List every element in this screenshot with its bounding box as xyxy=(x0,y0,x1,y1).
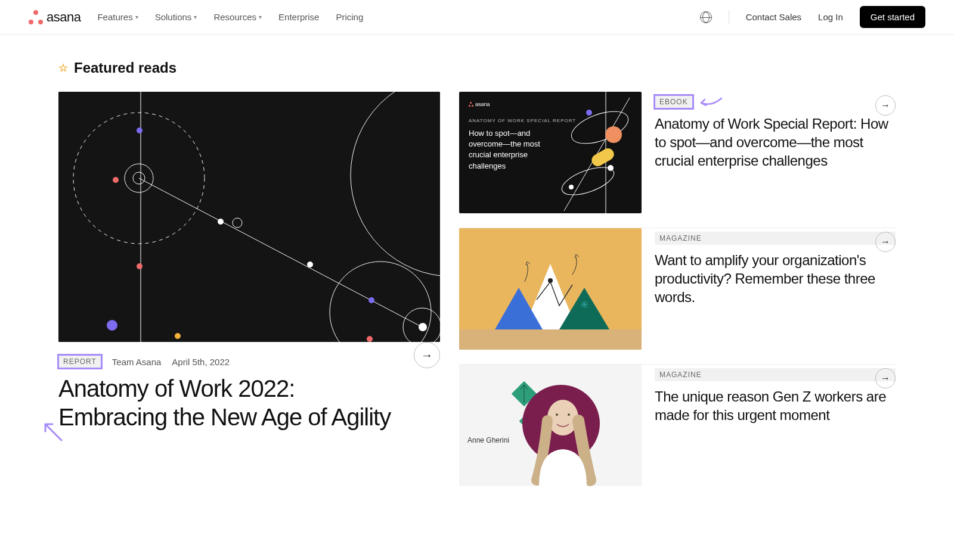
svg-rect-26 xyxy=(590,146,617,168)
divider xyxy=(729,11,729,24)
brand-name: asana xyxy=(47,10,80,25)
content-type-tag: EBOOK xyxy=(655,95,693,108)
hero-date: April 5th, 2022 xyxy=(172,357,230,367)
svg-point-32 xyxy=(548,278,553,283)
svg-point-25 xyxy=(605,126,622,143)
thumb-brand: asana xyxy=(475,101,490,107)
card-arrow-button[interactable]: → xyxy=(875,95,896,116)
card-title: Anatomy of Work Special Report: How to s… xyxy=(655,114,896,170)
get-started-button[interactable]: Get started xyxy=(860,6,925,28)
chevron-down-icon: ▾ xyxy=(194,14,197,20)
svg-point-24 xyxy=(586,110,592,116)
card-arrow-button[interactable]: → xyxy=(875,232,896,252)
svg-point-18 xyxy=(367,336,373,342)
card-thumbnail: asana ANATOMY OF WORK SPECIAL REPORT How… xyxy=(459,92,642,213)
nav-label: Solutions xyxy=(155,12,192,22)
content-type-tag: MAGAZINE xyxy=(655,368,896,381)
person-photo-icon xyxy=(521,385,605,486)
annotation-arrow-icon xyxy=(698,96,724,108)
hero-author: Team Asana xyxy=(112,357,162,367)
svg-point-27 xyxy=(608,165,614,171)
svg-point-17 xyxy=(368,297,374,303)
nav-label: Pricing xyxy=(336,12,363,22)
section-heading: ☆ Featured reads xyxy=(58,60,896,76)
svg-point-38 xyxy=(556,413,558,416)
svg-point-19 xyxy=(419,323,427,331)
content-type-tag: REPORT xyxy=(58,355,101,368)
content-type-tag: MAGAZINE xyxy=(655,232,896,245)
chevron-down-icon: ▾ xyxy=(259,14,262,20)
article-card[interactable]: asana ANATOMY OF WORK SPECIAL REPORT How… xyxy=(459,92,896,213)
page-content: ☆ Featured reads xyxy=(30,35,924,500)
svg-point-14 xyxy=(218,219,224,225)
brand-logo[interactable]: asana xyxy=(29,10,80,25)
card-arrow-button[interactable]: → xyxy=(875,368,896,388)
nav-resources[interactable]: Resources▾ xyxy=(213,12,262,22)
article-card[interactable]: MAGAZINE Want to amplify your organizati… xyxy=(459,228,896,350)
svg-point-16 xyxy=(307,262,313,267)
svg-point-20 xyxy=(567,105,632,150)
chevron-down-icon: ▾ xyxy=(135,14,138,20)
nav-pricing[interactable]: Pricing xyxy=(336,12,363,22)
contact-sales-link[interactable]: Contact Sales xyxy=(746,12,801,22)
hero-illustration xyxy=(58,92,440,342)
side-card-list: asana ANATOMY OF WORK SPECIAL REPORT How… xyxy=(459,92,896,486)
svg-rect-30 xyxy=(459,329,642,350)
svg-point-11 xyxy=(137,263,143,269)
nav-label: Features xyxy=(97,12,132,22)
asana-logo-icon xyxy=(29,10,43,24)
card-thumbnail xyxy=(459,228,642,350)
star-icon: ☆ xyxy=(58,61,68,74)
svg-rect-0 xyxy=(58,92,440,342)
section-title-text: Featured reads xyxy=(74,60,176,76)
nav-enterprise[interactable]: Enterprise xyxy=(278,12,319,22)
nav-label: Resources xyxy=(213,12,256,22)
thumb-title: How to spot—and overcome—the most crucia… xyxy=(469,128,558,172)
hero-card[interactable]: REPORT Team Asana April 5th, 2022 Anatom… xyxy=(58,92,440,486)
globe-icon[interactable] xyxy=(700,11,712,23)
article-card[interactable]: Anne Gherini MAGAZINE The unique reason … xyxy=(459,364,896,486)
nav-features[interactable]: Features▾ xyxy=(97,12,138,22)
hero-arrow-button[interactable]: → xyxy=(414,342,440,368)
card-title: Want to amplify your organization's prod… xyxy=(655,251,896,307)
hero-title: Anatomy of Work 2022: Embracing the New … xyxy=(58,374,402,431)
nav-label: Enterprise xyxy=(278,12,319,22)
svg-point-28 xyxy=(569,185,574,189)
card-title: The unique reason Gen Z workers are made… xyxy=(655,387,896,424)
site-header: asana Features▾ Solutions▾ Resources▾ En… xyxy=(0,0,954,35)
svg-point-12 xyxy=(107,320,117,331)
svg-point-9 xyxy=(137,127,143,133)
primary-nav: Features▾ Solutions▾ Resources▾ Enterpri… xyxy=(97,12,363,22)
svg-point-13 xyxy=(175,333,181,339)
svg-point-39 xyxy=(568,413,570,416)
login-link[interactable]: Log In xyxy=(818,12,843,22)
svg-point-10 xyxy=(113,177,119,183)
thumb-person-name: Anne Gherini xyxy=(467,436,509,444)
card-thumbnail: Anne Gherini xyxy=(459,365,642,486)
nav-solutions[interactable]: Solutions▾ xyxy=(155,12,197,22)
